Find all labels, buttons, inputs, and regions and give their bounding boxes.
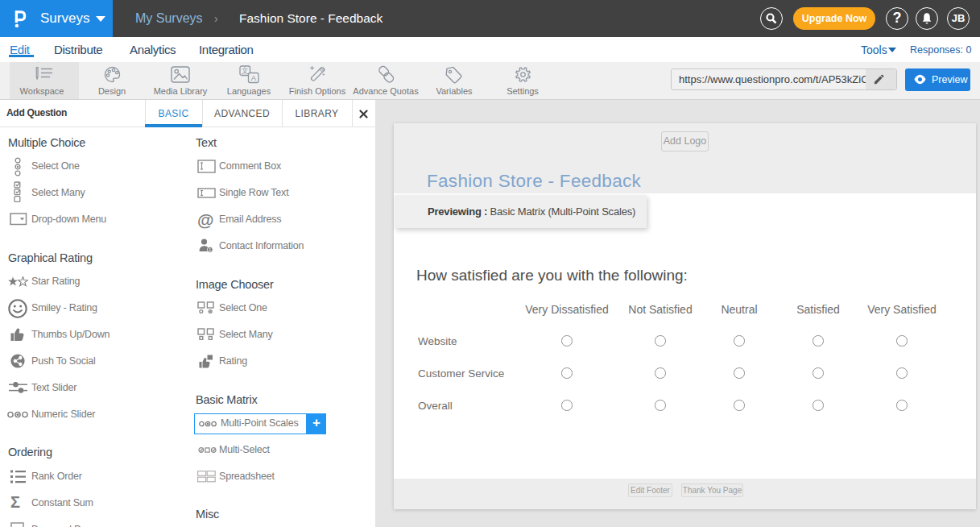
- svg-text:A: A: [251, 73, 257, 82]
- svg-text:文: 文: [242, 67, 249, 75]
